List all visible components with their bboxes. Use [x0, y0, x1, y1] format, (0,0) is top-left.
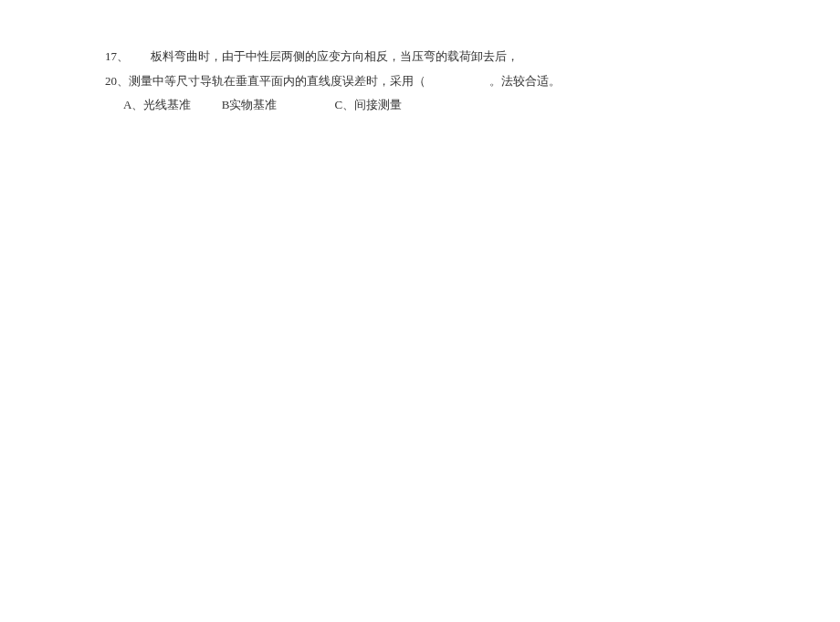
option-b-text: 实物基准 [229, 98, 277, 111]
question-17-number: 17、 [105, 46, 151, 69]
question-20-text-before: 测量中等尺寸导轨在垂直平面内的直线度误差时，采用（ [129, 74, 425, 88]
question-20-text-after: 。法较合适。 [489, 74, 561, 88]
option-a: A、光线基准 [123, 94, 191, 117]
question-17: 17、 板料弯曲时，由于中性层两侧的应变方向相反，当压弯的载荷卸去后， [105, 46, 735, 69]
option-a-label: A、 [123, 98, 143, 111]
option-b-label: B [222, 98, 230, 111]
question-20: 20、测量中等尺寸导轨在垂直平面内的直线度误差时，采用（。法较合适。 [105, 70, 735, 93]
option-b: B实物基准 [222, 94, 278, 117]
option-c-text: 间接测量 [354, 98, 402, 111]
question-20-number: 20、 [105, 74, 129, 88]
option-c: C、间接测量 [335, 94, 403, 117]
option-c-label: C、 [335, 98, 355, 111]
options-row: A、光线基准 B实物基准 C、间接测量 [105, 94, 735, 117]
question-17-text: 板料弯曲时，由于中性层两侧的应变方向相反，当压弯的载荷卸去后， [151, 46, 519, 69]
option-a-text: 光线基准 [143, 98, 191, 111]
